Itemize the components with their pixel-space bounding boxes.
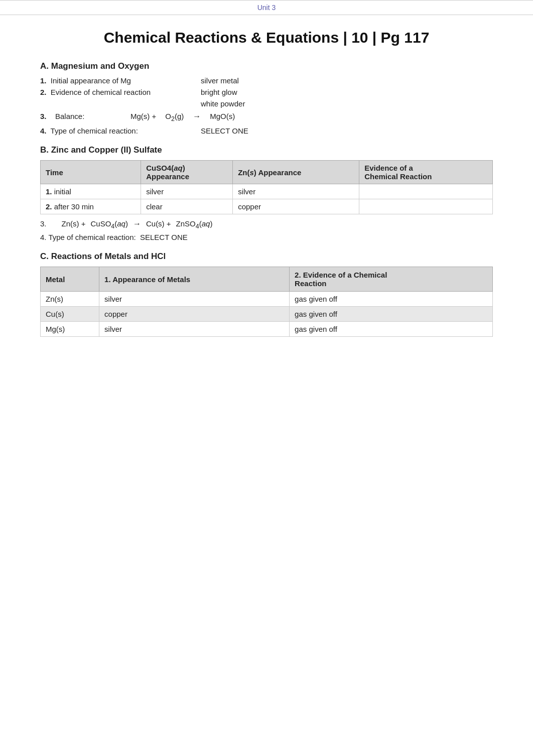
balance-number: 3. (40, 112, 55, 120)
section-a-item-2: 2. Evidence of chemical reaction bright … (40, 88, 493, 96)
b-row2-zn: copper (233, 199, 359, 214)
section-a-item-2-value: bright glow (201, 88, 237, 96)
b-type-label: 4. Type of chemical reaction: (40, 233, 140, 241)
c-evidence-cu: gas given off (290, 307, 493, 322)
type-value: SELECT ONE (201, 127, 248, 135)
b-type-row: 4. Type of chemical reaction: SELECT ONE (40, 233, 493, 241)
b-col-time: Time (41, 161, 141, 184)
section-a-item-1: 1. Initial appearance of Mg silver metal (40, 76, 493, 85)
c-row-zn: Zn(s) silver gas given off (41, 292, 493, 307)
section-a-item-2b-value: white powder (201, 99, 245, 108)
b-equation: 3. Zn(s) + CuSO4(aq) → Cu(s) + ZnSO4(aq) (40, 219, 493, 230)
balance-arrow: → (193, 112, 201, 121)
b-eq-cu: Cu(s) + (146, 219, 171, 228)
c-appear-zn: silver (99, 292, 290, 307)
balance-left: Mg(s) + (130, 112, 156, 120)
b-eq-cuso4: CuSO4(aq) (90, 219, 128, 230)
b-type-value: SELECT ONE (140, 233, 188, 241)
b-row1-zn: silver (233, 184, 359, 199)
b-table-row-1: 1. initial silver silver (41, 184, 493, 199)
b-eq-arrow: → (133, 219, 141, 228)
section-b-table: Time CuSO4(aq)Appearance Zn(s) Appearanc… (40, 160, 493, 214)
b-eq-znso4: ZnSO4(aq) (176, 219, 213, 230)
section-c-title: C. Reactions of Metals and HCl (40, 251, 493, 262)
b-row2-cuso4: clear (141, 199, 233, 214)
section-a-balance: 3. Balance: Mg(s) + O2(g) → MgO(s) (40, 112, 493, 122)
b-table-row-2: 2. after 30 min clear copper (41, 199, 493, 214)
section-a: A. Magnesium and Oxygen 1. Initial appea… (40, 61, 493, 135)
section-b: B. Zinc and Copper (II) Sulfate Time CuS… (40, 145, 493, 241)
c-metal-cu: Cu(s) (41, 307, 99, 322)
section-a-item-1-label: 1. Initial appearance of Mg (40, 76, 201, 85)
c-col-evidence: 2. Evidence of a ChemicalReaction (290, 267, 493, 292)
section-a-title: A. Magnesium and Oxygen (40, 61, 493, 71)
b-table-header-row: Time CuSO4(aq)Appearance Zn(s) Appearanc… (41, 161, 493, 184)
b-col-evidence: Evidence of aChemical Reaction (359, 161, 493, 184)
c-evidence-mg: gas given off (290, 322, 493, 337)
c-evidence-zn: gas given off (290, 292, 493, 307)
c-row-cu: Cu(s) copper gas given off (41, 307, 493, 322)
c-header-row: Metal 1. Appearance of Metals 2. Evidenc… (41, 267, 493, 292)
unit-bar: Unit 3 (0, 0, 533, 15)
b-eq-number: 3. (40, 219, 47, 228)
section-b-title: B. Zinc and Copper (II) Sulfate (40, 145, 493, 155)
section-a-item-2-label: 2. Evidence of chemical reaction (40, 88, 201, 96)
balance-right: MgO(s) (210, 112, 235, 120)
c-row-mg: Mg(s) silver gas given off (41, 322, 493, 337)
main-content: A. Magnesium and Oxygen 1. Initial appea… (0, 61, 533, 357)
c-metal-zn: Zn(s) (41, 292, 99, 307)
c-appear-cu: copper (99, 307, 290, 322)
c-col-metal: Metal (41, 267, 99, 292)
section-c: C. Reactions of Metals and HCl Metal 1. … (40, 251, 493, 337)
b-row2-time: 2. after 30 min (41, 199, 141, 214)
section-a-item-2b: white powder (201, 99, 493, 108)
type-label: 4. Type of chemical reaction: (40, 127, 201, 135)
b-row1-cuso4: silver (141, 184, 233, 199)
c-metal-mg: Mg(s) (41, 322, 99, 337)
b-row1-time: 1. initial (41, 184, 141, 199)
section-a-type: 4. Type of chemical reaction: SELECT ONE (40, 127, 493, 135)
unit-label: Unit 3 (257, 4, 276, 12)
b-row1-evidence (359, 184, 493, 199)
c-col-appearance: 1. Appearance of Metals (99, 267, 290, 292)
balance-label: Balance: (55, 112, 100, 120)
section-c-table: Metal 1. Appearance of Metals 2. Evidenc… (40, 267, 493, 337)
page-title: Chemical Reactions & Equations | 10 | Pg… (0, 29, 533, 46)
c-appear-mg: silver (99, 322, 290, 337)
balance-middle: O2(g) (165, 112, 184, 122)
b-row2-evidence (359, 199, 493, 214)
b-col-zn: Zn(s) Appearance (233, 161, 359, 184)
b-col-cuso4: CuSO4(aq)Appearance (141, 161, 233, 184)
section-a-item-1-value: silver metal (201, 76, 239, 85)
b-eq-left: Zn(s) + (62, 219, 86, 228)
balance-equation: Mg(s) + O2(g) → MgO(s) (130, 112, 235, 122)
